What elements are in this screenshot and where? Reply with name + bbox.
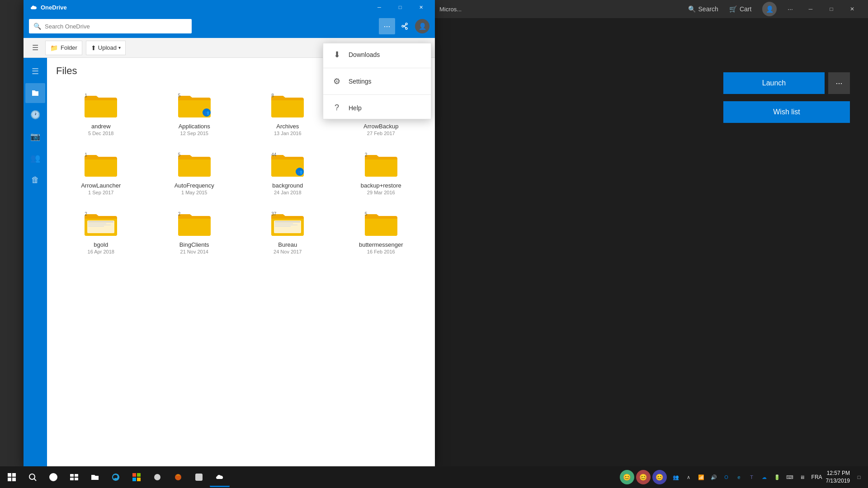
taskbar-keyboard-icon[interactable]: ⌨ — [784, 472, 795, 483]
onedrive-close-btn[interactable]: ✕ — [410, 0, 431, 14]
taskbar-search-btn[interactable] — [23, 467, 42, 487]
onedrive-minimize-btn[interactable]: ─ — [369, 0, 390, 14]
taskbar-avatar-2[interactable]: 😊 — [636, 470, 651, 484]
folder-icon: 📁 — [50, 44, 58, 52]
taskbar-taskview-btn[interactable] — [64, 467, 84, 487]
folder-icon-wrap: 2 — [363, 150, 399, 179]
folder-name: buttermessenger — [359, 241, 403, 248]
folder-item[interactable]: 44 👥 background 24 Jan 2018 — [243, 145, 333, 201]
new-folder-btn[interactable]: 📁 Folder — [45, 41, 82, 55]
taskbar-cortana-btn[interactable] — [43, 467, 63, 487]
user-avatar[interactable]: 👤 — [415, 19, 429, 33]
svg-point-10 — [29, 474, 35, 479]
folder-name: background — [272, 182, 303, 189]
store-avatar[interactable]: 👤 — [762, 2, 777, 16]
taskbar-network-icon[interactable]: 📶 — [696, 472, 707, 483]
taskbar-teams-icon[interactable]: T — [746, 472, 757, 483]
store-wishlist-button[interactable]: Wish list — [723, 101, 850, 123]
sidebar-menu-btn[interactable]: ☰ — [25, 61, 45, 81]
store-launch-button[interactable]: Launch — [723, 72, 825, 94]
taskbar-app1-btn[interactable] — [147, 467, 167, 487]
onedrive-maximize-btn[interactable]: □ — [390, 0, 410, 14]
folder-name: AutoFrequency — [175, 182, 214, 189]
folder-item[interactable]: 5 AutoFrequency 1 May 2015 — [150, 145, 240, 201]
sidebar-recent-btn[interactable]: 🕐 — [25, 105, 45, 125]
svg-rect-18 — [132, 473, 136, 477]
taskbar-language[interactable]: FRA — [811, 474, 822, 480]
store-more-button[interactable]: ··· — [828, 72, 850, 94]
dropdown-help[interactable]: ? Help — [323, 97, 431, 119]
taskbar-left — [0, 467, 231, 487]
folder-name: bgold — [94, 241, 108, 248]
store-more-nav[interactable]: ··· — [788, 5, 793, 13]
folder-badge: 37 — [271, 211, 276, 216]
taskbar-onedrive-sys-icon[interactable]: ☁ — [759, 472, 770, 483]
share-btn[interactable] — [397, 18, 413, 34]
store-maximize-btn[interactable]: □ — [821, 2, 842, 16]
folder-item[interactable]: 8 Archives 13 Jan 2016 — [243, 86, 333, 141]
folder-name: ArrowBackup — [363, 123, 398, 130]
taskbar-avatar-3[interactable]: 😊 — [652, 470, 667, 484]
hamburger-btn[interactable]: ☰ — [29, 42, 42, 54]
taskbar-clock[interactable]: 12:57 PM 7/13/2019 — [826, 469, 850, 485]
taskbar-battery-icon[interactable]: 🔋 — [772, 472, 783, 483]
sidebar-files-btn[interactable] — [25, 83, 45, 103]
dropdown-downloads[interactable]: ⬇ Downloads — [323, 43, 431, 66]
taskbar-right: 😊 😊 😊 👥 ∧ 📶 🔊 O e T ☁ 🔋 ⌨ 🖥 FRA 12:57 PM — [620, 469, 868, 485]
svg-line-11 — [34, 479, 37, 481]
taskbar-explorer-btn[interactable] — [85, 467, 105, 487]
taskbar-store-btn[interactable] — [127, 467, 146, 487]
taskbar-outlook-icon[interactable]: O — [721, 472, 732, 483]
taskbar-people-icon[interactable]: 👥 — [670, 472, 681, 483]
taskbar-avatar-1[interactable]: 😊 — [620, 470, 634, 484]
folder-icon-wrap: 2 — [83, 210, 119, 239]
folder-name: andrew — [91, 123, 111, 130]
upload-btn[interactable]: ⬆ Upload ▾ — [86, 41, 126, 55]
svg-rect-20 — [132, 478, 136, 481]
start-button[interactable] — [2, 467, 22, 487]
folder-name: Archives — [276, 123, 299, 130]
folder-item[interactable]: 2 BingClients 21 Nov 2014 — [150, 204, 240, 260]
taskbar-onedrive-btn[interactable] — [210, 467, 230, 487]
folder-icon-wrap: 44 👥 — [269, 150, 306, 179]
search-box[interactable]: 🔍 — [29, 19, 192, 33]
taskbar-edge-sys-icon[interactable]: e — [734, 472, 745, 483]
dropdown-settings[interactable]: ⚙ Settings — [323, 70, 431, 93]
store-title-text: Micros... — [439, 6, 462, 13]
folder-date: 16 Feb 2016 — [367, 249, 395, 254]
folder-name: BingClients — [179, 241, 209, 248]
folder-item[interactable]: 5 👥 Applications 12 Sep 2015 — [150, 86, 240, 141]
more-options-btn[interactable]: ··· — [379, 18, 395, 34]
taskbar-app2-btn[interactable] — [189, 467, 209, 487]
taskbar-chevron-icon[interactable]: ∧ — [683, 472, 694, 483]
folder-badge: 2 — [365, 152, 368, 157]
sidebar-recycle-btn[interactable]: 🗑 — [25, 170, 45, 190]
store-minimize-btn[interactable]: ─ — [800, 2, 821, 16]
folder-badge: 5 — [178, 93, 181, 98]
folder-item[interactable]: 2 bgold 16 Apr 2018 — [56, 204, 146, 260]
folder-date: 1 May 2015 — [181, 190, 207, 195]
taskbar-edge-btn[interactable] — [106, 467, 126, 487]
sidebar-shared-btn[interactable]: 👥 — [25, 148, 45, 168]
store-search-nav[interactable]: 🔍 Search — [688, 5, 718, 13]
taskbar-monitor-icon[interactable]: 🖥 — [797, 472, 808, 483]
folder-item[interactable]: 37 Bureau 24 Nov 2017 — [243, 204, 333, 260]
store-close-btn[interactable]: ✕ — [842, 2, 863, 16]
sidebar-photos-btn[interactable]: 📷 — [25, 127, 45, 146]
store-cart-nav[interactable]: 🛒 Cart — [729, 5, 751, 13]
taskbar-notification-btn[interactable]: □ — [854, 472, 864, 483]
onedrive-title-area: OneDrive — [29, 3, 67, 11]
taskbar-firefox-btn[interactable] — [168, 467, 188, 487]
taskbar-avatars: 😊 😊 😊 — [620, 470, 667, 484]
svg-rect-21 — [137, 478, 141, 481]
search-input[interactable] — [45, 23, 187, 30]
taskbar-volume-icon[interactable]: 🔊 — [708, 472, 719, 483]
folder-item[interactable]: 2 backup+restore 29 Mar 2016 — [336, 145, 426, 201]
folder-item[interactable]: 1 andrew 5 Dec 2018 — [56, 86, 146, 141]
folder-date: 16 Apr 2018 — [88, 249, 114, 254]
folder-item[interactable]: 5 buttermessenger 16 Feb 2016 — [336, 204, 426, 260]
svg-rect-15 — [75, 474, 78, 477]
onedrive-title-text: OneDrive — [41, 4, 67, 11]
svg-rect-2 — [88, 223, 106, 224]
folder-item[interactable]: 1 ArrowLauncher 1 Sep 2017 — [56, 145, 146, 201]
